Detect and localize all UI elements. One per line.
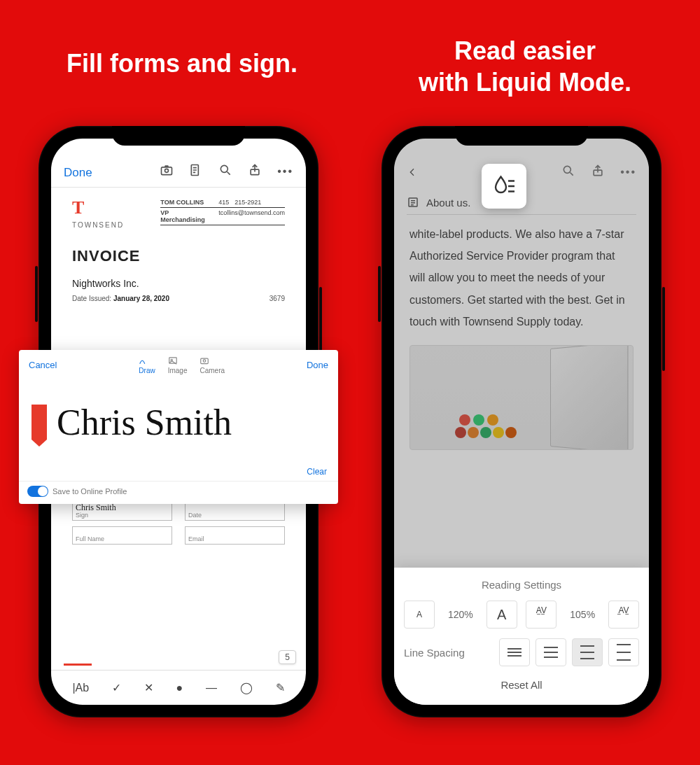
svg-point-13: [564, 166, 571, 173]
body-text: white-label products. We also have a 7-s…: [394, 215, 649, 341]
headline-right: Read easier with Liquid Mode.: [378, 35, 672, 98]
phone-right: ••• About us. white-label products. We a…: [382, 126, 662, 717]
document-area: T TOWNSEND TOM COLLINS415215-2921 VP Mer…: [51, 188, 306, 302]
line-spacing-tight[interactable]: [499, 638, 530, 666]
svg-point-12: [204, 360, 206, 363]
svg-point-1: [165, 169, 169, 172]
tab-image[interactable]: Image: [168, 356, 188, 374]
brand-logo: T: [72, 197, 124, 218]
headline-right-line1: Read easier: [454, 36, 596, 65]
done-button[interactable]: Done: [64, 166, 92, 180]
share-icon[interactable]: [248, 163, 262, 180]
brand-name: TOWNSEND: [72, 221, 124, 229]
svg-rect-11: [201, 358, 209, 364]
svg-point-6: [221, 165, 228, 172]
cancel-button[interactable]: Cancel: [29, 360, 57, 370]
screen-right: ••• About us. white-label products. We a…: [394, 139, 649, 705]
outline-icon: [407, 196, 419, 209]
signature-tool[interactable]: ✎: [276, 681, 285, 694]
client-number: 3679: [270, 295, 285, 302]
search-icon[interactable]: [561, 164, 575, 181]
text-size-decrease[interactable]: A: [404, 601, 435, 629]
line-spacing-loose[interactable]: [572, 638, 603, 666]
text-tool[interactable]: |Ab: [72, 682, 89, 694]
product-image: [410, 345, 634, 450]
line-spacing-normal[interactable]: [536, 638, 566, 666]
clear-button[interactable]: Clear: [19, 464, 338, 481]
circle-tool[interactable]: ◯: [240, 681, 253, 694]
adobe-ribbon-icon: [31, 405, 47, 440]
email-field[interactable]: Email: [185, 526, 285, 545]
headline-right-line2: with Liquid Mode.: [419, 68, 631, 97]
reading-settings-panel: Reading Settings A 120% A AV‾‾ 105% AV‾ …: [394, 568, 649, 705]
panel-title: Reading Settings: [404, 579, 639, 591]
fill-sign-toolbar: |Ab ✓ ✕ ● — ◯ ✎: [51, 670, 306, 705]
notch: [455, 126, 588, 146]
client-name: Nightworks Inc.: [72, 278, 285, 289]
tab-camera[interactable]: Camera: [200, 356, 225, 374]
sig-done-button[interactable]: Done: [307, 360, 328, 370]
line-spacing-label: Line Spacing: [404, 647, 493, 659]
contact-block: TOM COLLINS415215-2921 VP Merchandisingt…: [160, 197, 285, 229]
check-tool[interactable]: ✓: [112, 681, 121, 694]
camera-icon[interactable]: [160, 163, 174, 180]
signature-popover: Cancel Draw Image Camera Done Chris Smit: [19, 350, 338, 504]
phone-left: Done ••• T TOWNSEND TOM COLLINS415215-29…: [38, 126, 318, 717]
svg-line-14: [570, 173, 573, 176]
tab-draw[interactable]: Draw: [139, 356, 155, 374]
dash-tool[interactable]: —: [206, 682, 217, 694]
save-label: Save to Online Profile: [52, 487, 127, 496]
svg-line-7: [227, 172, 230, 175]
char-spacing-decrease[interactable]: AV‾‾: [526, 601, 556, 629]
line-spacing-looser[interactable]: [608, 638, 639, 666]
fullname-field[interactable]: Full Name: [72, 526, 172, 545]
liquid-mode-icon[interactable]: [189, 163, 203, 180]
dot-tool[interactable]: ●: [176, 682, 183, 694]
date-field[interactable]: Date: [185, 503, 285, 521]
save-toggle[interactable]: [27, 486, 48, 497]
text-size-value: 120%: [444, 609, 477, 620]
more-icon[interactable]: •••: [620, 166, 636, 178]
toolbar: Done •••: [51, 139, 306, 188]
sign-field[interactable]: Chris Smith Sign: [72, 503, 172, 521]
back-button[interactable]: [407, 167, 418, 181]
page-badge: 5: [279, 650, 296, 664]
signature-value: Chris Smith: [57, 402, 232, 443]
x-tool[interactable]: ✕: [144, 681, 153, 694]
more-icon[interactable]: •••: [277, 165, 293, 178]
svg-rect-0: [162, 167, 172, 175]
char-spacing-value: 105%: [566, 609, 599, 620]
share-icon[interactable]: [591, 164, 605, 181]
text-size-increase[interactable]: A: [486, 601, 517, 629]
signature-canvas[interactable]: Chris Smith: [19, 380, 338, 464]
notch: [112, 126, 245, 146]
reset-all-button[interactable]: Reset All: [404, 679, 639, 691]
liquid-mode-icon[interactable]: [482, 164, 526, 209]
search-icon[interactable]: [218, 163, 232, 180]
invoice-title: INVOICE: [72, 247, 285, 265]
section-title: About us.: [426, 197, 470, 209]
headline-left: Fill forms and sign.: [49, 49, 315, 78]
char-spacing-increase[interactable]: AV‾ ‾: [608, 601, 639, 629]
progress-mark: [64, 664, 92, 666]
